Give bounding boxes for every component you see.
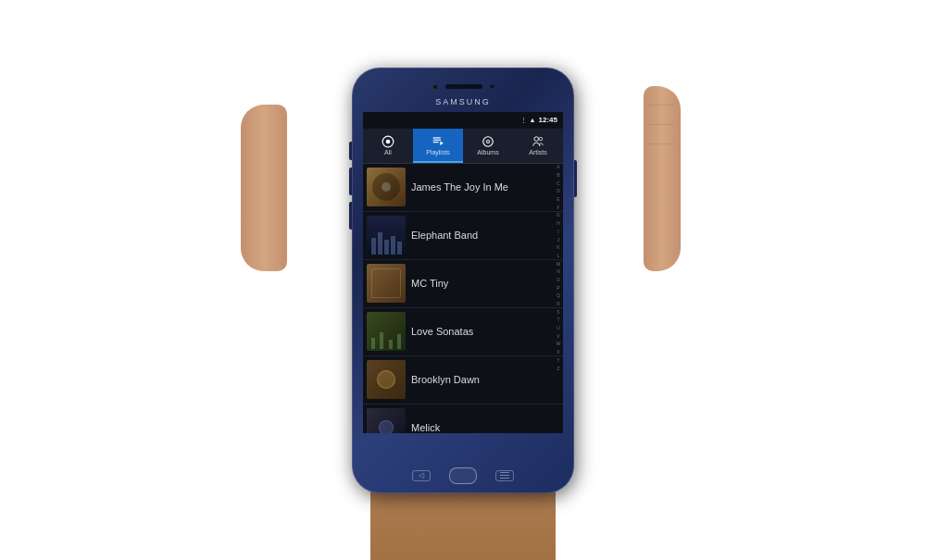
album-art-2 (367, 216, 406, 255)
brand-bar: SAMSUNG (435, 97, 491, 106)
menu-button[interactable] (495, 470, 514, 481)
front-camera (432, 84, 438, 90)
volume-down-button[interactable] (349, 202, 352, 230)
tab-artists[interactable]: Artists (513, 129, 563, 163)
svg-rect-4 (433, 142, 439, 143)
phone-bottom-nav: ◁ (412, 467, 514, 484)
svg-marker-5 (440, 141, 444, 145)
volume-button[interactable] (574, 160, 577, 197)
tab-artists-label: Artists (529, 149, 546, 156)
track-title-6: Melick (411, 422, 559, 433)
scene: SAMSUNG ⋮ ▲ 12:45 (0, 0, 926, 560)
list-item[interactable]: Elephant Band (363, 212, 563, 260)
home-button[interactable] (449, 467, 477, 484)
track-title-2: Elephant Band (411, 230, 559, 241)
brand-text: SAMSUNG (435, 97, 491, 106)
fingers (644, 86, 681, 271)
wifi-icon: ⋮ (520, 117, 527, 124)
album-art-4 (367, 312, 406, 351)
power-button[interactable] (349, 142, 352, 160)
app-status-bar: ⋮ ▲ 12:45 (363, 112, 563, 129)
album-art-6 (367, 408, 406, 433)
signal-icon: ▲ (530, 117, 536, 123)
thumb (241, 105, 287, 271)
tab-albums[interactable]: Albums (463, 129, 513, 163)
back-button[interactable]: ◁ (412, 470, 431, 481)
list-item[interactable]: James The Joy In Me (363, 164, 563, 212)
screen-content: All Playlists (363, 129, 563, 433)
tab-playlists[interactable]: Playlists (413, 129, 463, 163)
track-title-5: Brooklyn Dawn (411, 374, 559, 385)
svg-rect-3 (433, 140, 441, 141)
tab-albums-label: Albums (477, 149, 498, 156)
track-title-3: MC Tiny (411, 278, 559, 289)
list-item[interactable]: Brooklyn Dawn (363, 356, 563, 404)
tab-playlists-label: Playlists (426, 149, 450, 156)
svg-point-8 (487, 141, 488, 142)
volume-up-button[interactable] (349, 168, 352, 195)
tab-all-label: All (384, 149, 392, 156)
list-item[interactable]: Love Sonatas (363, 308, 563, 356)
playlists-icon (432, 135, 444, 148)
album-art-1 (367, 168, 406, 206)
svg-point-1 (386, 140, 391, 144)
active-indicator (413, 161, 463, 163)
tab-all[interactable]: All (363, 129, 413, 163)
phone-screen: ⋮ ▲ 12:45 All (363, 112, 563, 433)
svg-point-10 (539, 137, 543, 141)
albums-icon (482, 135, 494, 148)
alphabet-index[interactable]: A B C D E F G H I J K L M N O P Q (554, 164, 563, 373)
track-title-1: James The Joy In Me (411, 181, 559, 193)
track-title-4: Love Sonatas (411, 326, 559, 337)
time-display: 12:45 (539, 116, 557, 124)
svg-point-9 (534, 137, 539, 142)
earpiece (445, 84, 482, 89)
menu-line (500, 472, 509, 473)
all-icon (382, 135, 394, 148)
app-tabs: All Playlists (363, 129, 563, 164)
menu-line (500, 478, 509, 479)
phone-top-details (398, 84, 528, 90)
artists-icon (532, 135, 544, 148)
album-art-5 (367, 360, 406, 399)
menu-line (500, 475, 509, 476)
hand-container: SAMSUNG ⋮ ▲ 12:45 (269, 12, 657, 549)
music-list: James The Joy In Me (363, 164, 563, 433)
list-item[interactable]: MC Tiny (363, 260, 563, 308)
list-item[interactable]: Melick (363, 404, 563, 433)
sensor (490, 84, 494, 89)
svg-rect-2 (433, 137, 441, 138)
album-art-3 (367, 264, 406, 303)
phone-shell: SAMSUNG ⋮ ▲ 12:45 (352, 68, 574, 493)
